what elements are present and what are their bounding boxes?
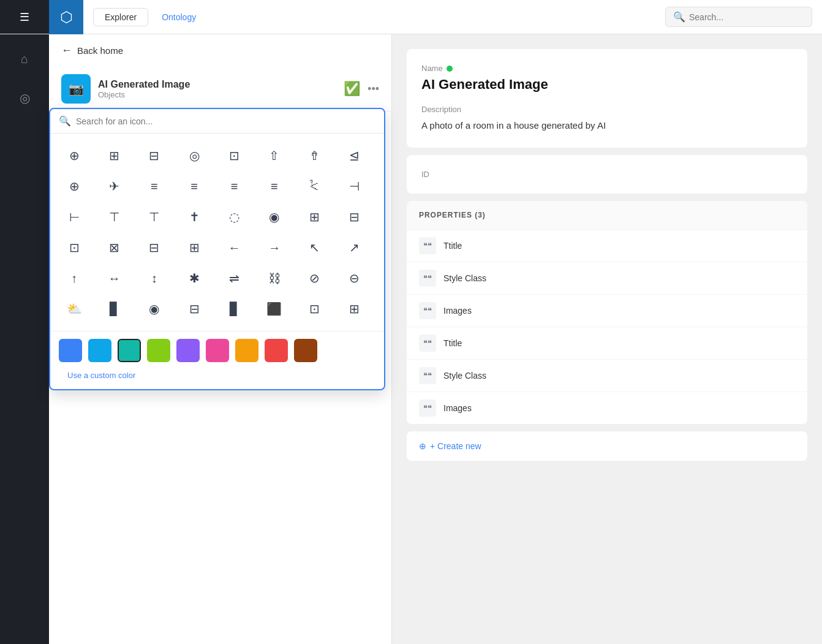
icon-cell[interactable]: ⇮ <box>298 141 331 170</box>
prop-icon-style-1: ❝❝ <box>419 270 436 287</box>
color-swatch-blue[interactable] <box>59 339 82 362</box>
icon-cell[interactable]: ⊞ <box>178 233 211 262</box>
icon-cell[interactable]: ⊣ <box>338 172 371 201</box>
app-logo: ⬡ <box>49 0 83 34</box>
prop-name-images-1: Images <box>443 306 472 316</box>
icon-cell[interactable]: ⊡ <box>218 141 251 170</box>
icon-cell[interactable]: ⊡ <box>58 233 91 262</box>
icon-cell[interactable]: ⊞ <box>97 141 130 170</box>
icon-cell[interactable]: ◉ <box>138 294 171 324</box>
camera-icon: 📷 <box>69 81 84 96</box>
entity-type: Objects <box>98 90 336 99</box>
color-swatch-teal[interactable] <box>118 339 141 362</box>
icon-cell[interactable]: ⊡ <box>298 294 331 324</box>
prop-icon-images-1: ❝❝ <box>419 302 436 319</box>
color-swatch-purple[interactable] <box>176 339 200 362</box>
icon-cell[interactable]: ≡ <box>258 172 291 201</box>
icon-cell[interactable]: ≡ <box>178 172 211 201</box>
cube-icon: ⬡ <box>60 9 73 26</box>
icon-cell[interactable]: ◌ <box>218 202 251 232</box>
color-swatch-lime[interactable] <box>147 339 170 362</box>
color-swatch-red[interactable] <box>265 339 288 362</box>
icon-cell[interactable]: ⊢ <box>58 202 91 232</box>
icon-cell[interactable]: ◉ <box>258 202 291 232</box>
sidebar-item-search[interactable]: ◎ <box>12 86 37 110</box>
icon-cell[interactable]: ⊠ <box>97 233 130 262</box>
global-search[interactable]: 🔍 <box>665 7 812 27</box>
icon-cell[interactable]: ⊟ <box>138 233 171 262</box>
color-swatch-pink[interactable] <box>206 339 229 362</box>
color-swatch-amber[interactable] <box>235 339 258 362</box>
properties-card: PROPERTIES (3) ❝❝ Ttitle ❝❝ Style Class … <box>407 201 807 424</box>
icon-cell[interactable]: ⊤ <box>97 202 130 232</box>
prop-icon-ttitle-2: ❝❝ <box>419 335 436 352</box>
check-icon: ✅ <box>344 81 360 97</box>
icon-cell[interactable]: ≡ <box>138 172 171 201</box>
sidebar-toggle[interactable]: ☰ <box>0 0 49 34</box>
panel-area: ← Back home 📷 AI Generated Image Objects… <box>49 34 392 644</box>
prop-name-style-1: Style Class <box>443 273 486 283</box>
icon-cell[interactable]: ⬛ <box>258 294 291 324</box>
sidebar-item-home[interactable]: ⌂ <box>12 47 37 71</box>
search-icon: 🔍 <box>673 11 685 23</box>
topbar-tabs: Explorer Ontology <box>83 8 665 26</box>
color-swatch-brown[interactable] <box>294 339 317 362</box>
icon-cell[interactable]: ▊ <box>218 294 251 324</box>
icon-cell[interactable]: ⊕ <box>58 172 91 201</box>
main-layout: ⌂ ◎ ← Back home 📷 AI Generated Image Obj… <box>0 34 822 644</box>
icon-cell[interactable]: ← <box>218 233 251 262</box>
tab-explorer[interactable]: Explorer <box>93 8 148 26</box>
description-text: A photo of a room in a house generated b… <box>421 119 793 133</box>
entity-header: 📷 AI Generated Image Objects ✅ ••• <box>49 67 391 112</box>
color-swatch-sky[interactable] <box>88 339 111 362</box>
icon-cell[interactable]: ⊘ <box>298 263 331 293</box>
tab-ontology[interactable]: Ontology <box>151 9 207 26</box>
description-label: Description <box>421 105 793 114</box>
icon-cell[interactable]: ⊟ <box>338 202 371 232</box>
hamburger-icon: ☰ <box>20 10 29 24</box>
icon-cell[interactable]: ↖ <box>298 233 331 262</box>
name-label: Name <box>421 64 793 73</box>
status-dot <box>447 66 453 72</box>
icon-cell[interactable]: ✝ <box>178 202 211 232</box>
icon-cell[interactable]: ⊤ <box>138 202 171 232</box>
back-nav[interactable]: ← Back home <box>49 34 391 67</box>
icon-cell[interactable]: ⊟ <box>178 294 211 324</box>
icon-picker: 🔍 ⊕ ⊞ ⊟ ◎ ⊡ ⇧ ⇮ ⊴ ⊕ ✈ ≡ ≡ ≡ ≡ <box>49 108 385 390</box>
properties-header: PROPERTIES (3) <box>407 201 807 230</box>
detail-id-card: ID <box>407 155 807 194</box>
entity-name: AI Generated Image <box>98 79 336 90</box>
prop-icon-images-2: ❝❝ <box>419 400 436 417</box>
icon-cell[interactable]: ↕ <box>138 263 171 293</box>
icon-cell[interactable]: ↔ <box>97 263 130 293</box>
icon-cell[interactable]: ⊞ <box>338 294 371 324</box>
prop-icon-ttitle-1: ❝❝ <box>419 237 436 254</box>
icon-cell[interactable]: ⊕ <box>58 141 91 170</box>
icon-cell[interactable]: ⊖ <box>338 263 371 293</box>
more-options-icon[interactable]: ••• <box>368 83 379 96</box>
icon-cell[interactable]: ↗ <box>338 233 371 262</box>
prop-icon-style-2: ❝❝ <box>419 367 436 384</box>
icon-cell[interactable]: ⊞ <box>298 202 331 232</box>
entity-icon[interactable]: 📷 <box>61 74 91 104</box>
icon-cell[interactable]: ✈ <box>97 172 130 201</box>
icon-cell[interactable]: ⛅ <box>58 294 91 324</box>
icon-cell[interactable]: ✱ <box>178 263 211 293</box>
icon-cell[interactable]: ↑ <box>58 263 91 293</box>
icon-search-input[interactable] <box>76 116 375 126</box>
icon-cell[interactable]: ⇌ <box>218 263 251 293</box>
icon-cell[interactable]: ≡ <box>218 172 251 201</box>
icon-cell[interactable]: ◎ <box>178 141 211 170</box>
icon-cell[interactable]: ⊴ <box>338 141 371 170</box>
custom-color-link[interactable]: Use a custom color <box>59 363 144 387</box>
prop-name-images-2: Images <box>443 403 472 413</box>
icon-cell[interactable]: → <box>258 233 291 262</box>
icon-cell[interactable]: ▊ <box>97 294 130 324</box>
search-input[interactable] <box>689 12 804 22</box>
icon-cell[interactable]: ⩻ <box>298 172 331 201</box>
icon-search-bar: 🔍 <box>50 109 384 134</box>
icon-cell[interactable]: ⊟ <box>138 141 171 170</box>
icon-cell[interactable]: ⛓ <box>258 263 291 293</box>
icon-cell[interactable]: ⇧ <box>258 141 291 170</box>
create-new-button[interactable]: ⊕ + Create new <box>407 431 807 461</box>
